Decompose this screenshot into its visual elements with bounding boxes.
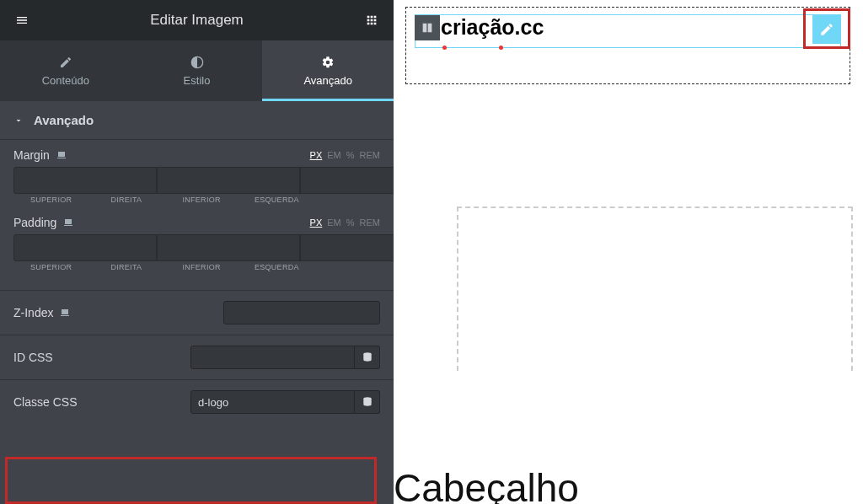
tab-label: Avançado xyxy=(303,74,352,87)
section-toggle-advanced[interactable]: Avançado xyxy=(0,101,394,140)
zindex-input[interactable] xyxy=(223,301,380,324)
side-label: ESQUERDA xyxy=(239,196,314,204)
logo-text: criação.cc xyxy=(441,17,544,38)
side-label: INFERIOR xyxy=(164,263,239,271)
grid-icon xyxy=(365,13,378,27)
side-label: DIREITA xyxy=(88,263,163,271)
panel-body: Avançado Margin PX EM % REM xyxy=(0,101,394,504)
unit-px[interactable]: PX xyxy=(310,217,323,228)
unit-pct[interactable]: % xyxy=(346,217,355,228)
gear-icon xyxy=(321,56,335,69)
control-id-css: ID CSS xyxy=(0,335,394,380)
margin-top-input[interactable] xyxy=(13,167,157,194)
control-zindex: Z-Index xyxy=(0,291,394,335)
unit-em[interactable]: EM xyxy=(327,150,341,160)
side-label: SUPERIOR xyxy=(13,263,88,271)
classe-css-input[interactable] xyxy=(190,390,355,414)
panel-tabs: Conteúdo Estilo Avançado xyxy=(0,40,394,101)
unit-switcher: PX EM % REM xyxy=(310,217,380,228)
unit-rem[interactable]: REM xyxy=(360,217,380,228)
padding-top-input[interactable] xyxy=(13,234,157,261)
placeholder-area[interactable] xyxy=(457,206,853,371)
edit-element-handle[interactable] xyxy=(812,15,841,44)
dynamic-tags-button[interactable] xyxy=(355,346,380,369)
tab-style[interactable]: Estilo xyxy=(131,40,263,101)
chevron-down-icon xyxy=(13,115,24,126)
control-label: Padding xyxy=(13,216,56,229)
contrast-icon xyxy=(190,56,204,69)
side-label: SUPERIOR xyxy=(13,196,88,204)
editor-panel: Editar Imagem Conteúdo Estilo Avançado A… xyxy=(0,0,394,504)
unit-rem[interactable]: REM xyxy=(360,150,380,160)
panel-header: Editar Imagem xyxy=(0,0,394,40)
menu-button[interactable] xyxy=(10,8,34,32)
control-classe-css: Classe CSS xyxy=(0,380,394,424)
panel-title: Editar Imagem xyxy=(150,12,244,29)
hamburger-icon xyxy=(15,13,29,27)
preview-canvas: criação.cc Cabeçalho xyxy=(394,0,863,504)
desktop-icon[interactable] xyxy=(60,308,70,318)
side-label: DIREITA xyxy=(88,196,163,204)
database-icon xyxy=(362,351,373,363)
side-label: INFERIOR xyxy=(164,196,239,204)
tab-content[interactable]: Conteúdo xyxy=(0,40,131,101)
side-label: ESQUERDA xyxy=(239,263,314,271)
control-label: Classe CSS xyxy=(13,395,77,409)
padding-right-input[interactable] xyxy=(157,234,300,261)
dynamic-tags-button[interactable] xyxy=(355,390,380,414)
tab-label: Estilo xyxy=(184,74,211,87)
tab-label: Conteúdo xyxy=(42,74,89,87)
desktop-icon[interactable] xyxy=(63,217,73,228)
control-label: Z-Index xyxy=(13,306,53,319)
control-label: ID CSS xyxy=(13,351,53,364)
section-outline[interactable]: criação.cc xyxy=(405,7,850,84)
unit-em[interactable]: EM xyxy=(327,217,341,228)
apps-button[interactable] xyxy=(360,8,383,32)
control-margin: Margin PX EM % REM SU xyxy=(0,140,394,291)
tab-advanced[interactable]: Avançado xyxy=(262,40,394,101)
id-css-input[interactable] xyxy=(190,346,355,369)
page-heading: Cabeçalho xyxy=(394,465,579,504)
columns-icon xyxy=(421,21,434,35)
selected-element-outline[interactable]: criação.cc xyxy=(415,14,841,48)
database-icon xyxy=(362,396,373,408)
desktop-icon[interactable] xyxy=(56,150,67,160)
unit-pct[interactable]: % xyxy=(346,150,355,160)
margin-right-input[interactable] xyxy=(157,167,300,194)
pencil-icon xyxy=(59,56,72,69)
unit-px[interactable]: PX xyxy=(310,150,323,160)
pencil-icon xyxy=(819,22,834,37)
column-handle[interactable] xyxy=(415,15,440,40)
padding-bottom-input[interactable] xyxy=(300,234,394,261)
section-title: Avançado xyxy=(34,113,94,127)
control-label: Margin xyxy=(13,148,50,162)
unit-switcher: PX EM % REM xyxy=(310,150,380,160)
margin-bottom-input[interactable] xyxy=(300,167,394,194)
annotation-highlight xyxy=(5,457,377,504)
